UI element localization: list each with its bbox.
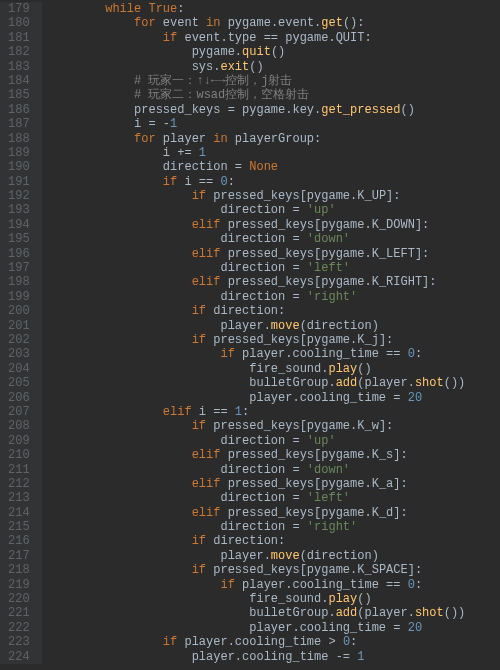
code-line[interactable]: pygame.quit() [48,45,466,59]
token-str: 'up' [307,434,336,448]
code-line[interactable]: if pressed_keys[pygame.K_j]: [48,333,466,347]
code-line[interactable]: elif pressed_keys[pygame.K_RIGHT]: [48,275,466,289]
token-nm: player.cooling_time = [249,621,407,635]
token-nm: i == [192,405,235,419]
code-line[interactable]: elif pressed_keys[pygame.K_DOWN]: [48,218,466,232]
line-number: 216 [8,534,30,548]
token-op: : [177,2,184,16]
token-nm: player [156,132,214,146]
line-number: 212 [8,477,30,491]
code-line[interactable]: # 玩家一：↑↓←→控制，j射击 [48,74,466,88]
token-nm: player.cooling_time == [235,347,408,361]
code-line[interactable]: direction = 'right' [48,520,466,534]
code-line[interactable]: pressed_keys = pygame.key.get_pressed() [48,103,466,117]
code-line[interactable]: player.cooling_time = 20 [48,391,466,405]
token-nm: player.cooling_time > [177,635,343,649]
token-nm: direction = [220,261,306,275]
code-line[interactable]: player.cooling_time -= 1 [48,650,466,664]
line-number: 219 [8,578,30,592]
code-line[interactable]: direction = 'up' [48,434,466,448]
code-line[interactable]: # 玩家二：wsad控制，空格射击 [48,88,466,102]
token-kw: elif [192,477,221,491]
code-line[interactable]: if pressed_keys[pygame.K_SPACE]: [48,563,466,577]
code-line[interactable]: sys.exit() [48,60,466,74]
code-line[interactable]: if player.cooling_time == 0: [48,578,466,592]
line-number: 218 [8,563,30,577]
token-nm: direction = [220,203,306,217]
code-line[interactable]: direction = 'left' [48,491,466,505]
token-kw: for [134,16,156,30]
code-line[interactable]: i = -1 [48,117,466,131]
token-op: (player. [357,376,415,390]
token-kw: in [213,132,227,146]
code-line[interactable]: if i == 0: [48,175,466,189]
token-op: : [228,175,235,189]
token-kw: if [192,419,206,433]
code-line[interactable]: player.cooling_time = 20 [48,621,466,635]
token-nm: event [156,16,206,30]
code-line[interactable]: if direction: [48,534,466,548]
token-fn: move [271,549,300,563]
code-line[interactable]: bulletGroup.add(player.shot()) [48,606,466,620]
token-nm: sys. [192,60,221,74]
code-line[interactable]: elif pressed_keys[pygame.K_s]: [48,448,466,462]
token-op: : [415,578,422,592]
token-num: 0 [343,635,350,649]
line-number: 203 [8,347,30,361]
line-number: 194 [8,218,30,232]
token-kw: if [163,31,177,45]
token-fn: shot [415,376,444,390]
code-line[interactable]: direction = 'down' [48,232,466,246]
code-line[interactable]: for player in playerGroup: [48,132,466,146]
code-line[interactable]: player.move(direction) [48,319,466,333]
line-number: 179 [8,2,30,16]
code-editor[interactable]: 1791801811821831841851861871881891901911… [0,0,500,666]
token-fn: get [321,16,343,30]
code-line[interactable]: while True: [48,2,466,16]
token-nm: pressed_keys[pygame.K_LEFT]: [220,247,429,261]
line-number-gutter: 1791801811821831841851861871881891901911… [0,2,42,664]
code-line[interactable]: i += 1 [48,146,466,160]
token-kw: elif [192,218,221,232]
token-str: 'up' [307,203,336,217]
code-line[interactable]: if direction: [48,304,466,318]
code-area[interactable]: while True: for event in pygame.event.ge… [42,2,466,664]
token-fn: move [271,319,300,333]
code-line[interactable]: bulletGroup.add(player.shot()) [48,376,466,390]
line-number: 205 [8,376,30,390]
code-line[interactable]: direction = None [48,160,466,174]
line-number: 215 [8,520,30,534]
code-line[interactable]: if pressed_keys[pygame.K_UP]: [48,189,466,203]
code-line[interactable]: direction = 'up' [48,203,466,217]
line-number: 214 [8,506,30,520]
token-num: 1 [199,146,206,160]
code-line[interactable]: player.move(direction) [48,549,466,563]
code-line[interactable]: elif pressed_keys[pygame.K_a]: [48,477,466,491]
token-kw: if [192,304,206,318]
code-line[interactable]: elif i == 1: [48,405,466,419]
token-nm: pressed_keys[pygame.K_SPACE]: [206,563,422,577]
line-number: 198 [8,275,30,289]
line-number: 185 [8,88,30,102]
token-op: (player. [357,606,415,620]
code-line[interactable]: if player.cooling_time == 0: [48,347,466,361]
code-line[interactable]: direction = 'right' [48,290,466,304]
code-line[interactable]: direction = 'left' [48,261,466,275]
code-line[interactable]: fire_sound.play() [48,362,466,376]
code-line[interactable]: if event.type == pygame.QUIT: [48,31,466,45]
code-line[interactable]: if pressed_keys[pygame.K_w]: [48,419,466,433]
code-line[interactable]: for event in pygame.event.get(): [48,16,466,30]
line-number: 207 [8,405,30,419]
line-number: 222 [8,621,30,635]
line-number: 192 [8,189,30,203]
line-number: 209 [8,434,30,448]
token-kw: if [220,578,234,592]
code-line[interactable]: elif pressed_keys[pygame.K_LEFT]: [48,247,466,261]
code-line[interactable]: fire_sound.play() [48,592,466,606]
token-nm: pygame. [192,45,242,59]
line-number: 183 [8,60,30,74]
code-line[interactable]: elif pressed_keys[pygame.K_d]: [48,506,466,520]
code-line[interactable]: if player.cooling_time > 0: [48,635,466,649]
code-line[interactable]: direction = 'down' [48,463,466,477]
line-number: 189 [8,146,30,160]
